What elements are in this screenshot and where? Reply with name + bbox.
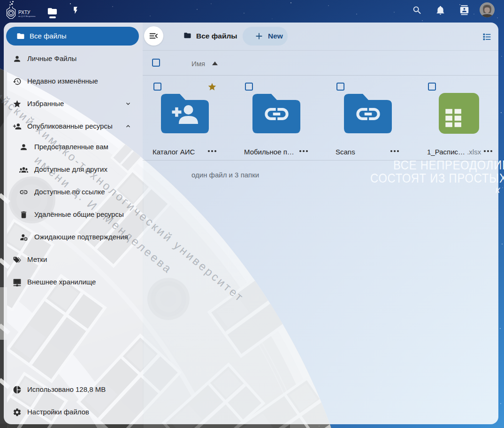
svg-text:им. Д. И. Менделеева: им. Д. И. Менделеева (18, 15, 35, 17)
svg-text:РХТУ: РХТУ (18, 10, 31, 15)
